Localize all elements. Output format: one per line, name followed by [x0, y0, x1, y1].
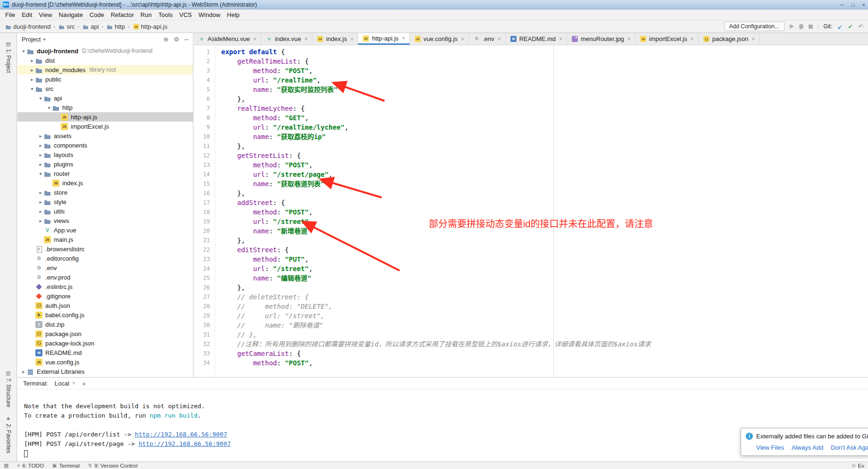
tool-stripe-7-structure[interactable]: ▥7: Structure — [5, 370, 12, 407]
terminal-tab-close-icon[interactable]: × — [72, 380, 75, 387]
tree-item-dist-zip[interactable]: dist.zip — [17, 320, 193, 329]
tree-item-store[interactable]: ▸store — [17, 188, 193, 197]
editor-tab-index-js[interactable]: index.js× — [312, 33, 358, 45]
tab-close-icon[interactable]: × — [751, 36, 755, 42]
code-line-16[interactable]: }, — [221, 189, 868, 198]
code-line-18[interactable]: method: "POST", — [221, 207, 868, 217]
tree-item-external-libraries[interactable]: ▸External Libraries — [17, 367, 193, 376]
tree-item-dist[interactable]: ▸dist — [17, 56, 193, 65]
tree-item-env[interactable]: .env — [17, 263, 193, 272]
git-update-icon[interactable]: ↙ — [837, 23, 843, 30]
run-icon[interactable] — [790, 24, 794, 29]
status-6-todo[interactable]: ≡6: TODO — [17, 463, 43, 469]
editor-tab-importexcel-js[interactable]: importExcel.js× — [635, 33, 699, 45]
close-button[interactable]: × — [862, 2, 865, 8]
chevron-down-icon[interactable]: ▾ — [20, 49, 27, 54]
status-9-version-control[interactable]: ⇅9: Version Control — [88, 463, 138, 469]
editor-tab-package-json[interactable]: package.json× — [699, 33, 760, 45]
tree-item-public[interactable]: ▸public — [17, 74, 193, 84]
editor-tab-asidemenu-vue[interactable]: AsideMenu.vue× — [194, 33, 261, 45]
code-line-10[interactable]: name: "获取荔枝的ip" — [221, 132, 868, 141]
tool-window-switcher-icon[interactable]: ▦ — [4, 462, 8, 469]
code-line-29[interactable]: // url: "/street", — [221, 311, 868, 321]
event-log-icon[interactable]: ⊙ — [851, 463, 855, 468]
chevron-right-icon[interactable]: ▸ — [29, 67, 35, 73]
menu-vcs[interactable]: VCS — [176, 10, 195, 19]
tree-item-vue-config-js[interactable]: vue.config.js — [17, 357, 193, 367]
chevron-right-icon[interactable]: ▸ — [37, 162, 44, 167]
editor-tab-env[interactable]: .env× — [469, 33, 506, 45]
chevron-right-icon[interactable]: ▸ — [29, 58, 35, 63]
code-line-2[interactable]: getRealTimeList: { — [221, 57, 868, 66]
tab-close-icon[interactable]: × — [304, 36, 308, 42]
chevron-right-icon[interactable]: ▸ — [37, 133, 44, 139]
tree-item-router[interactable]: ▾router — [17, 169, 193, 178]
tab-close-icon[interactable]: × — [691, 36, 694, 42]
tab-close-icon[interactable]: × — [402, 35, 405, 41]
code-line-5[interactable]: name: "获取实时监控列表" — [221, 85, 868, 94]
code-line-25[interactable]: name: "编辑巷道" — [221, 273, 868, 283]
tree-item-src[interactable]: ▾src — [17, 84, 193, 93]
menu-file[interactable]: File — [2, 10, 18, 19]
menu-tools[interactable]: Tools — [155, 10, 176, 19]
chevron-right-icon[interactable]: ▸ — [37, 199, 44, 205]
editor-tab-menurouter-jpg[interactable]: menuRouter.jpg× — [567, 33, 635, 45]
code-line-23[interactable]: method: "PUT", — [221, 255, 868, 264]
code-line-15[interactable]: name: "获取巷道列表" — [221, 179, 868, 189]
code-line-33[interactable]: getCameraList: { — [221, 349, 868, 358]
tab-close-icon[interactable]: × — [498, 36, 501, 42]
notification-action-view-files[interactable]: View Files — [756, 444, 784, 451]
menu-window[interactable]: Window — [195, 10, 224, 19]
chevron-right-icon[interactable]: ▸ — [29, 77, 35, 82]
editor-content[interactable]: 1234567891011121314151617181920212223242… — [194, 45, 868, 377]
add-configuration-button[interactable]: Add Configuration... — [724, 22, 785, 31]
tree-item-gitignore[interactable]: .gitignore — [17, 291, 193, 301]
menu-run[interactable]: Run — [137, 10, 155, 19]
chevron-down-icon[interactable]: ▾ — [37, 96, 44, 101]
menu-refactor[interactable]: Refactor — [108, 10, 137, 19]
breadcrumb-item-src[interactable]: src — [58, 23, 75, 30]
code-line-3[interactable]: method: "POST", — [221, 66, 868, 75]
code-line-17[interactable]: addStreet: { — [221, 198, 868, 207]
tree-item-importexcel-js[interactable]: importExcel.js — [17, 122, 193, 131]
editor-tab-index-vue[interactable]: index.vue× — [261, 33, 313, 45]
code-line-4[interactable]: url: "/realTime", — [221, 75, 868, 85]
code-line-12[interactable]: getStreetList: { — [221, 151, 868, 160]
breadcrumb-item-http[interactable]: http — [106, 23, 125, 30]
notification-action-always-add[interactable]: Always Add — [792, 444, 823, 451]
menu-help[interactable]: Help — [224, 10, 243, 19]
tree-item-auth-json[interactable]: auth.json — [17, 301, 193, 310]
tree-item-browserslistrc[interactable]: .browserslistrc — [17, 244, 193, 254]
code-line-8[interactable]: method: "GET", — [221, 113, 868, 123]
editor-tab-readme-md[interactable]: README.md× — [506, 33, 567, 45]
debug-icon[interactable] — [799, 24, 803, 29]
menu-view[interactable]: View — [35, 10, 55, 19]
terminal-link[interactable]: http://192.168.66.56:9007 — [139, 440, 231, 447]
tree-item-app-vue[interactable]: App.vue — [17, 225, 193, 235]
tool-stripe-2-favorites[interactable]: ★2: Favorites — [5, 416, 12, 453]
tree-item-views[interactable]: ▸views — [17, 216, 193, 225]
tree-item-plugins[interactable]: ▸plugins — [17, 159, 193, 169]
tree-item-package-json[interactable]: package.json — [17, 329, 193, 338]
status-right[interactable]: ⊙ Ev — [851, 463, 864, 469]
tree-item-utils[interactable]: ▸utils — [17, 206, 193, 216]
code-line-1[interactable]: export default { — [221, 47, 868, 57]
tree-item-eslintrc-js[interactable]: .eslintrc.js — [17, 282, 193, 291]
tab-close-icon[interactable]: × — [253, 36, 257, 42]
chevron-right-icon[interactable]: ▸ — [20, 369, 27, 374]
tree-item-http[interactable]: ▾http — [17, 103, 193, 112]
tree-item-editorconfig[interactable]: .editorconfig — [17, 254, 193, 263]
chevron-right-icon[interactable]: ▸ — [37, 209, 44, 214]
tree-item-babel-config-js[interactable]: babel.config.js — [17, 310, 193, 320]
code-line-9[interactable]: url: "/realTime/lychee", — [221, 123, 868, 132]
new-terminal-icon[interactable]: + — [82, 379, 86, 387]
git-revert-icon[interactable]: ↶ — [858, 23, 863, 30]
code-line-6[interactable]: }, — [221, 94, 868, 104]
tree-item-node-modules[interactable]: ▸node_moduleslibrary root — [17, 65, 193, 74]
tree-item-api[interactable]: ▾api — [17, 93, 193, 103]
tree-item-style[interactable]: ▸style — [17, 197, 193, 206]
tree-item-layouts[interactable]: ▸layouts — [17, 150, 193, 159]
chevron-right-icon[interactable]: ▸ — [37, 218, 44, 223]
tab-close-icon[interactable]: × — [559, 36, 562, 42]
code-line-27[interactable]: // deleteStreet: { — [221, 292, 868, 302]
